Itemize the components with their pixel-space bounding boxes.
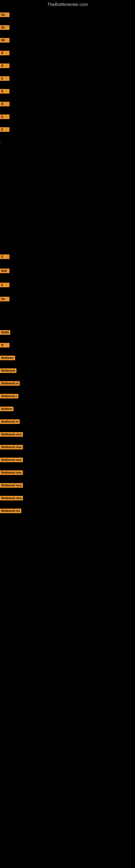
item-label: Bottleneck <box>0 368 16 373</box>
list-item: E <box>0 282 135 288</box>
list-item: Bottleneck resu <box>0 457 135 463</box>
list-item: B <box>0 342 135 348</box>
list-item: E <box>0 126 135 133</box>
item-label: B <box>0 63 9 68</box>
list-item: B <box>0 88 135 94</box>
item-label: B4 <box>0 38 9 42</box>
list-item: Bo <box>0 24 135 31</box>
item-label: Bottleneck resu <box>0 445 23 450</box>
list-item: Bottle <box>0 329 135 336</box>
item-label: B <box>0 51 9 55</box>
item-label: E <box>0 115 9 119</box>
list-item: B <box>0 63 135 69</box>
item-label: Bottle <box>0 330 10 335</box>
item-label: Bottleneck re <box>0 420 20 424</box>
list-item: Bottleneck resu <box>0 444 135 450</box>
site-title: TheBottlenecker.com <box>0 0 135 8</box>
list-item: Bottleneck <box>0 368 135 374</box>
list-item: | <box>0 139 135 145</box>
item-label: E <box>0 283 9 287</box>
list-item: Bo <box>0 296 135 302</box>
item-label: Bottleneck r <box>0 394 18 399</box>
list-item: B <box>0 50 135 56</box>
list-item: Bottlene <box>0 406 135 412</box>
item-label: B <box>0 343 9 347</box>
item-label: Bottleneck resu <box>0 470 23 475</box>
list-item: Bottleneck re <box>0 380 135 386</box>
list-item: Bottleneck resu <box>0 495 135 501</box>
item-label: Bott <box>0 269 9 273</box>
list-item: Bottleneck resu <box>0 482 135 489</box>
top-section: Bo Bo B4 B B E B B E <box>0 12 135 145</box>
page-wrapper: TheBottlenecker.com Bo Bo B4 B B E B <box>0 0 135 520</box>
item-label: Bottleneck res <box>0 508 21 513</box>
list-item: Bott <box>0 268 135 274</box>
list-item: Bottleneck res <box>0 508 135 514</box>
bottom-section: Bottle B Bottlenec Bottleneck Bottleneck… <box>0 329 135 514</box>
item-label: E <box>0 254 9 259</box>
item-label: Bottlenec <box>0 355 15 360</box>
list-item: B <box>0 101 135 107</box>
list-item: Bottleneck r <box>0 393 135 399</box>
list-item: E <box>0 254 135 260</box>
list-item: Bottleneck resu <box>0 431 135 437</box>
item-label: Bottleneck resu <box>0 496 23 500</box>
list-item: Bottleneck re <box>0 418 135 425</box>
item-label: Bottleneck re <box>0 381 20 386</box>
item-label: Bo <box>0 25 9 30</box>
item-label: Bo <box>0 297 9 301</box>
list-item: Bottlenec <box>0 355 135 361</box>
list-item: E <box>0 75 135 82</box>
list-item: B4 <box>0 37 135 43</box>
item-label: B <box>0 102 9 106</box>
item-label: Bottleneck resu <box>0 432 23 437</box>
item-label: E <box>0 127 9 132</box>
list-item: E <box>0 114 135 120</box>
item-label: Bottleneck resu <box>0 458 23 462</box>
mid-section: E Bott E Bo <box>0 254 135 302</box>
item-label: B <box>0 89 9 94</box>
list-item: Bo <box>0 12 135 18</box>
item-label: E <box>0 76 9 81</box>
item-label: Bo <box>0 12 9 17</box>
list-item: Bottleneck resu <box>0 469 135 476</box>
item-label: Bottlene <box>0 407 13 411</box>
item-label: Bottleneck resu <box>0 483 23 488</box>
